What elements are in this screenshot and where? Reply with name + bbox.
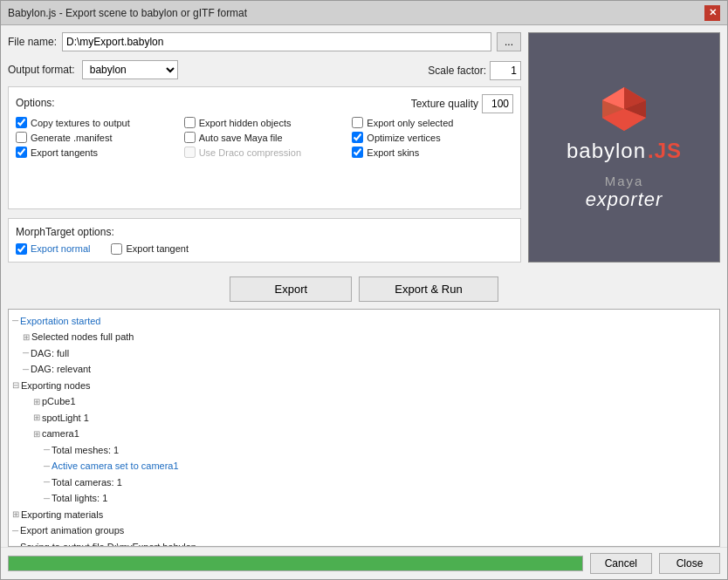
log-text: Exporting materials: [21, 508, 103, 522]
left-panel: File name: ... Output format: babylon gl…: [8, 32, 521, 263]
progress-bar-container: [8, 556, 583, 571]
file-name-row: File name: ...: [8, 32, 521, 51]
log-line: ─ Saving to output file D:\myExport.baby…: [12, 539, 716, 548]
log-line: ⊞ pCube1: [12, 393, 716, 410]
js-text: .JS: [648, 139, 682, 163]
option-generate-manifest: Generate .manifest: [16, 132, 177, 143]
log-line: ─ Export animation groups: [12, 522, 716, 539]
expand-icon: ⊞: [33, 427, 40, 440]
tree-icon: ─: [44, 492, 50, 505]
morph-grid: Export normal Export tangent: [16, 243, 513, 255]
morph-title: MorphTarget options:: [16, 226, 513, 238]
tree-icon: ─: [12, 540, 18, 547]
log-text: DAG: relevant: [31, 362, 91, 377]
close-button[interactable]: Close: [659, 553, 720, 574]
option-export-only-selected: Export only selected: [352, 117, 513, 128]
scale-row: Scale factor:: [428, 61, 521, 80]
window-close-button[interactable]: ✕: [704, 5, 720, 21]
option-export-skins: Export skins: [352, 147, 513, 158]
option-export-hidden: Export hidden objects: [184, 117, 346, 128]
log-line: ─ Total cameras: 1: [12, 474, 716, 491]
babylon-text: babylon: [567, 139, 646, 163]
log-text: pCube1: [42, 394, 76, 409]
log-text: Total lights: 1: [52, 491, 107, 506]
optimize-vertices-label: Optimize vertices: [367, 133, 440, 143]
export-normal-label: Export normal: [31, 243, 90, 254]
format-row: Output format: babylon gltf glb: [8, 60, 178, 79]
option-use-draco: Use Draco compression: [184, 147, 346, 158]
tree-icon: ─: [23, 346, 29, 359]
browse-button[interactable]: ...: [497, 32, 521, 51]
auto-save-maya-checkbox[interactable]: [184, 132, 196, 143]
log-text: Saving to output file D:\myExport.babylo…: [20, 540, 196, 548]
buttons-row: Export Export & Run: [1, 270, 727, 309]
file-name-input[interactable]: [62, 32, 491, 51]
use-draco-label: Use Draco compression: [199, 147, 301, 158]
texture-quality-input[interactable]: [482, 94, 513, 113]
export-run-button[interactable]: Export & Run: [359, 276, 498, 302]
texture-quality-row: Texture quality: [411, 94, 513, 113]
export-skins-checkbox[interactable]: [352, 147, 363, 158]
texture-quality-label: Texture quality: [411, 98, 478, 110]
morph-group: MorphTarget options: Export normal Expor…: [8, 218, 521, 263]
format-label: Output format:: [8, 64, 75, 76]
option-export-tangents: Export tangents: [16, 147, 177, 158]
optimize-vertices-checkbox[interactable]: [352, 132, 363, 143]
option-optimize-vertices: Optimize vertices: [352, 132, 513, 143]
log-line: ─ Active camera set to camera1: [12, 458, 716, 474]
log-line: ─ DAG: relevant: [12, 361, 716, 378]
tree-icon: ─: [44, 460, 50, 473]
main-content: File name: ... Output format: babylon gl…: [1, 25, 727, 270]
copy-textures-label: Copy textures to output: [31, 118, 130, 128]
export-hidden-checkbox[interactable]: [184, 117, 196, 128]
export-normal-checkbox[interactable]: [16, 243, 27, 255]
cancel-button[interactable]: Cancel: [590, 553, 652, 574]
option-export-tangent: Export tangent: [111, 243, 189, 255]
export-hidden-label: Export hidden objects: [199, 118, 292, 128]
log-text: Selected nodes full path: [31, 330, 134, 345]
progress-bar-fill: [9, 556, 582, 570]
progress-area: Cancel Close: [1, 547, 727, 579]
log-text: DAG: full: [31, 346, 69, 361]
export-button[interactable]: Export: [230, 276, 352, 302]
log-line: ⊟ Exporting nodes: [12, 378, 716, 394]
scale-input[interactable]: [490, 61, 521, 80]
copy-textures-checkbox[interactable]: [16, 117, 27, 128]
babylon-icon: [598, 83, 650, 135]
expand-icon: ⊞: [33, 395, 40, 408]
tree-icon: ─: [44, 443, 50, 456]
log-text: Total meshes: 1: [52, 443, 119, 458]
log-text: Export animation groups: [20, 523, 124, 538]
tree-icon: ─: [44, 475, 50, 488]
exporter-label: exporter: [586, 188, 663, 211]
option-auto-save-maya: Auto save Maya file: [184, 132, 346, 143]
babylon-js-title: babylon .JS: [567, 139, 682, 163]
tree-icon: ⊟: [12, 379, 19, 392]
export-tangents-checkbox[interactable]: [16, 147, 27, 158]
format-select[interactable]: babylon gltf glb: [82, 60, 178, 79]
tree-icon: ─: [12, 524, 18, 537]
scale-label: Scale factor:: [428, 65, 486, 77]
generate-manifest-checkbox[interactable]: [16, 132, 27, 143]
expand-icon: ⊞: [12, 508, 19, 521]
log-line: ─ Total meshes: 1: [12, 442, 716, 459]
log-line: ─ Exportation started: [12, 313, 716, 330]
export-only-selected-checkbox[interactable]: [352, 117, 363, 128]
option-export-normal: Export normal: [16, 243, 90, 255]
maya-label: Maya: [586, 174, 663, 188]
log-line: ⊞ Exporting materials: [12, 507, 716, 523]
export-tangent-checkbox[interactable]: [111, 243, 122, 255]
logo-panel: babylon .JS Maya exporter: [528, 32, 720, 263]
log-area[interactable]: ─ Exportation started ⊞ Selected nodes f…: [8, 309, 720, 548]
export-tangents-label: Export tangents: [31, 147, 98, 158]
log-text: spotLight 1: [42, 411, 89, 426]
file-name-label: File name:: [8, 36, 57, 48]
log-line: ─ DAG: full: [12, 345, 716, 362]
expand-icon: ⊞: [23, 331, 30, 344]
main-window: Babylon.js - Export scene to babylon or …: [0, 0, 728, 580]
format-scale-row: Output format: babylon gltf glb Scale fa…: [8, 60, 521, 81]
log-text: camera1: [42, 426, 79, 441]
log-text: Active camera set to camera1: [52, 459, 179, 474]
generate-manifest-label: Generate .manifest: [31, 133, 113, 143]
log-line: ─ Total lights: 1: [12, 490, 716, 507]
